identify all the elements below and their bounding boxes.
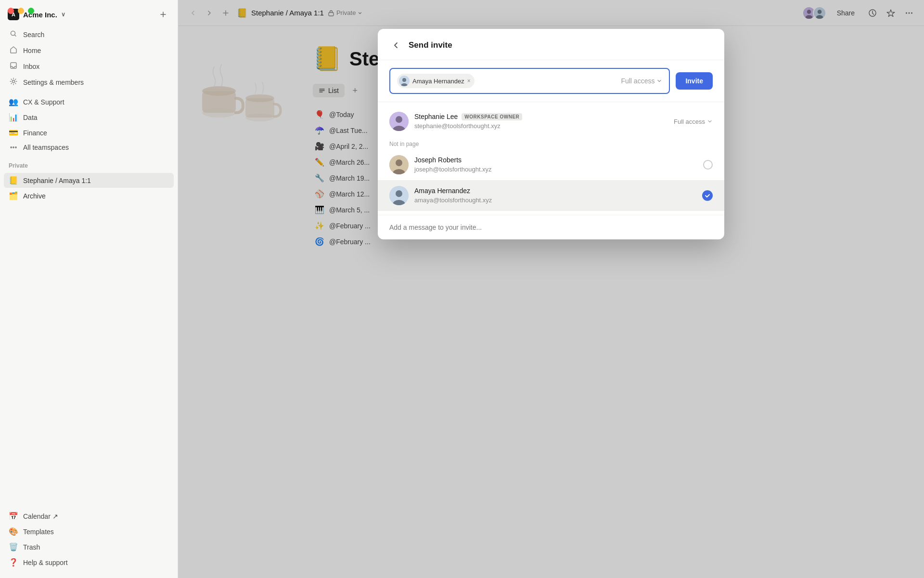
avatar-joseph-member: [389, 155, 409, 174]
chip-user-name: Amaya Hernandez: [412, 78, 464, 85]
chip-remove-button[interactable]: ×: [467, 78, 471, 84]
teamspaces-section: 👥 CX & Support 📊 Data 💳 Finance ••• All …: [0, 92, 178, 157]
member-email-stephanie: stephanie@toolsforthought.xyz: [414, 122, 500, 130]
sidebar-nav: Search Home Inbox Settings & members: [0, 25, 178, 92]
minimize-window-button[interactable]: [18, 8, 24, 14]
workspace-chevron-icon: ∨: [61, 11, 65, 18]
notebook-icon: 📒: [9, 176, 18, 185]
ellipsis-icon: •••: [9, 144, 18, 151]
member-info-joseph: Joseph Roberts joseph@toolsforthought.xy…: [414, 156, 697, 173]
home-icon: [9, 46, 18, 55]
send-invite-panel: Send invite Amaya Hernandez × Full acces…: [378, 29, 724, 239]
sidebar-item-cx-support[interactable]: 👥 CX & Support: [4, 94, 174, 109]
sidebar-item-settings[interactable]: Settings & members: [4, 75, 174, 90]
sidebar-item-finance[interactable]: 💳 Finance: [4, 125, 174, 140]
not-in-page-label: Not in page: [378, 137, 724, 149]
member-name-row-amaya: Amaya Hernandez: [414, 187, 696, 195]
finance-icon: 💳: [9, 128, 18, 137]
select-amaya-check[interactable]: [702, 190, 713, 201]
sidebar-item-inbox[interactable]: Inbox: [4, 59, 174, 74]
sidebar-item-all-teamspaces[interactable]: ••• All teamspaces: [4, 141, 174, 154]
sidebar-item-help-label: Help & support: [23, 559, 68, 566]
maximize-window-button[interactable]: [28, 8, 34, 14]
main-content: 📒 Stephanie / Amaya 1:1 Private Share: [178, 0, 924, 578]
sidebar-item-stephanie-amaya[interactable]: 📒 Stephanie / Amaya 1:1: [4, 173, 174, 188]
sidebar-item-calendar[interactable]: 📅 Calendar ↗: [4, 509, 174, 524]
sidebar: A Acme Inc. ∨ Search Home: [0, 0, 178, 578]
member-list: Stephanie Lee WORKSPACE OWNER stephanie@…: [378, 102, 724, 215]
sidebar-item-all-teamspaces-label: All teamspaces: [23, 144, 69, 151]
svg-point-24: [396, 116, 402, 123]
sidebar-item-cx-support-label: CX & Support: [23, 98, 64, 106]
access-dropdown[interactable]: Full access: [621, 77, 662, 85]
message-input[interactable]: [389, 223, 713, 231]
sidebar-item-data[interactable]: 📊 Data: [4, 110, 174, 125]
message-area: [378, 215, 724, 239]
select-joseph-radio[interactable]: [703, 160, 713, 170]
invite-submit-button[interactable]: Invite: [676, 72, 713, 90]
sidebar-item-trash-label: Trash: [23, 543, 40, 551]
svg-point-21: [402, 78, 406, 82]
sidebar-bottom: 📅 Calendar ↗ 🎨 Templates 🗑️ Trash ❓ Help…: [0, 507, 178, 578]
archive-icon: 🗂️: [9, 191, 18, 200]
sidebar-item-data-label: Data: [23, 114, 38, 121]
panel-header: Send invite: [378, 29, 724, 60]
inbox-icon: [9, 62, 18, 71]
access-label: Full access: [621, 77, 654, 85]
sidebar-item-finance-label: Finance: [23, 129, 47, 137]
member-access-stephanie[interactable]: Full access: [674, 118, 713, 125]
panel-title: Send invite: [409, 40, 452, 50]
member-item-amaya[interactable]: Amaya Hernandez amaya@toolsforthought.xy…: [378, 180, 724, 211]
member-email-joseph: joseph@toolsforthought.xyz: [414, 166, 492, 173]
member-item-joseph[interactable]: Joseph Roberts joseph@toolsforthought.xy…: [378, 149, 724, 180]
member-info-stephanie: Stephanie Lee WORKSPACE OWNER stephanie@…: [414, 113, 668, 130]
sidebar-item-home[interactable]: Home: [4, 43, 174, 58]
templates-icon: 🎨: [9, 527, 18, 536]
sidebar-item-stephanie-amaya-label: Stephanie / Amaya 1:1: [23, 177, 91, 184]
member-item-stephanie[interactable]: Stephanie Lee WORKSPACE OWNER stephanie@…: [378, 106, 724, 137]
member-info-amaya: Amaya Hernandez amaya@toolsforthought.xy…: [414, 187, 696, 204]
sidebar-item-archive[interactable]: 🗂️ Archive: [4, 188, 174, 203]
avatar-amaya-member: [389, 186, 409, 205]
sidebar-item-archive-label: Archive: [23, 192, 46, 200]
sidebar-item-settings-label: Settings & members: [23, 79, 84, 86]
sidebar-item-trash[interactable]: 🗑️ Trash: [4, 539, 174, 554]
member-email-amaya: amaya@toolsforthought.xyz: [414, 197, 492, 204]
sidebar-item-templates-label: Templates: [23, 528, 54, 536]
sidebar-item-home-label: Home: [23, 47, 41, 54]
sidebar-item-templates[interactable]: 🎨 Templates: [4, 524, 174, 539]
cx-support-icon: 👥: [9, 97, 18, 106]
invite-field-row: Amaya Hernandez × Full access Invite: [378, 60, 724, 102]
svg-point-27: [396, 159, 402, 166]
workspace-owner-badge: WORKSPACE OWNER: [462, 113, 522, 120]
sidebar-item-search[interactable]: Search: [4, 27, 174, 42]
help-icon: ❓: [9, 558, 18, 567]
private-section: 📒 Stephanie / Amaya 1:1 🗂️ Archive: [0, 171, 178, 206]
sidebar-item-calendar-label: Calendar ↗: [23, 512, 58, 520]
sidebar-item-help[interactable]: ❓ Help & support: [4, 555, 174, 570]
modal-overlay[interactable]: Send invite Amaya Hernandez × Full acces…: [178, 0, 924, 578]
data-icon: 📊: [9, 113, 18, 122]
avatar-stephanie-member: [389, 112, 409, 131]
panel-back-button[interactable]: [389, 39, 403, 52]
trash-icon: 🗑️: [9, 542, 18, 552]
search-icon: [9, 30, 18, 39]
member-name-row-stephanie: Stephanie Lee WORKSPACE OWNER: [414, 113, 668, 120]
settings-icon: [9, 78, 18, 87]
sidebar-item-search-label: Search: [23, 31, 44, 39]
member-name-joseph: Joseph Roberts: [414, 156, 462, 164]
close-window-button[interactable]: [8, 8, 14, 14]
svg-point-2: [13, 80, 15, 83]
calendar-icon: 📅: [9, 512, 18, 521]
invite-chip: Amaya Hernandez ×: [397, 74, 475, 88]
svg-point-30: [396, 190, 402, 197]
new-page-button[interactable]: [156, 8, 170, 21]
member-name-stephanie: Stephanie Lee: [414, 113, 458, 120]
member-name-amaya: Amaya Hernandez: [414, 187, 470, 195]
invite-input-area[interactable]: Amaya Hernandez × Full access: [389, 68, 670, 94]
member-name-row-joseph: Joseph Roberts: [414, 156, 697, 164]
sidebar-item-inbox-label: Inbox: [23, 63, 39, 70]
private-section-label: Private: [0, 157, 178, 171]
chip-avatar: [399, 76, 410, 86]
